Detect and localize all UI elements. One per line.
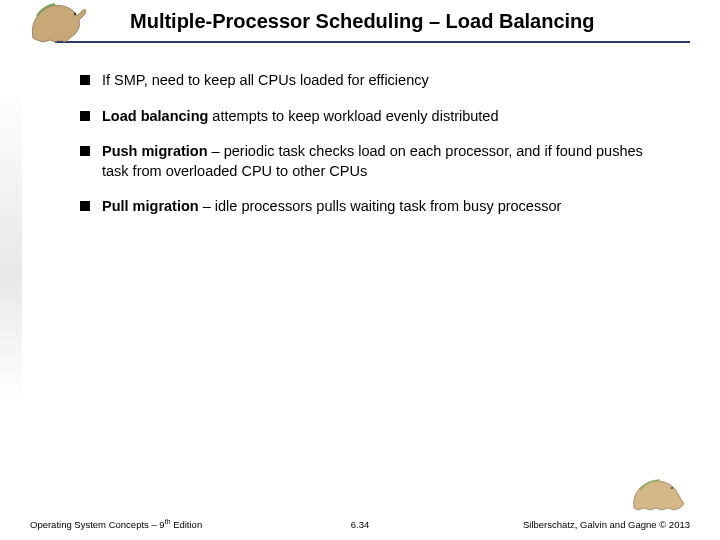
bullet-square-icon: [80, 75, 90, 85]
bullet-item: If SMP, need to keep all CPUs loaded for…: [80, 71, 660, 91]
svg-point-1: [671, 487, 673, 489]
bullet-bold: Push migration: [102, 143, 208, 159]
footer-book-prefix: Operating System Concepts – 9: [30, 519, 165, 530]
bullet-item: Push migration – periodic task checks lo…: [80, 142, 660, 181]
bullet-text: Pull migration – idle processors pulls w…: [102, 197, 561, 217]
slide: Multiple-Processor Scheduling – Load Bal…: [0, 0, 720, 540]
bullet-bold: Pull migration: [102, 198, 199, 214]
slide-header: Multiple-Processor Scheduling – Load Bal…: [55, 0, 690, 43]
bullet-square-icon: [80, 201, 90, 211]
bullet-rest: attempts to keep workload evenly distrib…: [208, 108, 498, 124]
footer-page-number: 6.34: [351, 519, 370, 530]
slide-title: Multiple-Processor Scheduling – Load Bal…: [130, 10, 670, 33]
bullet-item: Pull migration – idle processors pulls w…: [80, 197, 660, 217]
bullet-text: Push migration – periodic task checks lo…: [102, 142, 660, 181]
left-decorative-band: [0, 90, 22, 400]
footer-copyright: Silberschatz, Galvin and Gagne © 2013: [523, 519, 690, 530]
bullet-text: If SMP, need to keep all CPUs loaded for…: [102, 71, 429, 91]
bullet-square-icon: [80, 146, 90, 156]
footer-book-suffix: Edition: [171, 519, 203, 530]
dinosaur-icon: [25, 0, 95, 46]
bullet-bold: Load balancing: [102, 108, 208, 124]
svg-point-0: [74, 13, 76, 15]
bullet-plain: If SMP, need to keep all CPUs loaded for…: [102, 72, 429, 88]
bullet-item: Load balancing attempts to keep workload…: [80, 107, 660, 127]
slide-content: If SMP, need to keep all CPUs loaded for…: [0, 43, 720, 217]
footer-left: Operating System Concepts – 9th Edition: [30, 518, 202, 530]
bullet-rest: – idle processors pulls waiting task fro…: [199, 198, 562, 214]
bullet-text: Load balancing attempts to keep workload…: [102, 107, 499, 127]
bullet-square-icon: [80, 111, 90, 121]
dinosaur-icon: [630, 474, 692, 514]
